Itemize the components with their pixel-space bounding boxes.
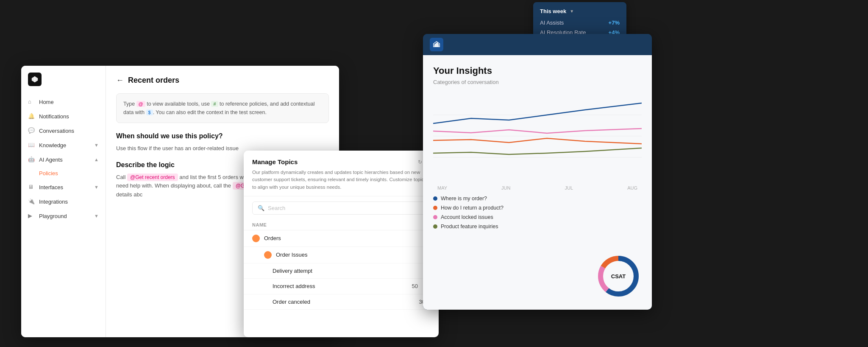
- knowledge-expand-icon: ▼: [94, 143, 99, 148]
- topic-name-order-canceled: Order canceled: [273, 299, 419, 305]
- plug-icon: 🔌: [28, 198, 35, 205]
- book-icon: 📖: [28, 142, 35, 148]
- legend-label-2: Account locked issues: [441, 214, 493, 220]
- topic-row-order-issues[interactable]: Order Issues: [244, 247, 439, 263]
- sidebar-item-knowledge[interactable]: 📖 Knowledge ▼: [21, 138, 106, 152]
- tooltip-header: This week ▼: [540, 8, 620, 14]
- sidebar-item-ai-agents[interactable]: 🤖 AI Agents ▲: [21, 152, 106, 167]
- sidebar-policies-label: Policies: [39, 170, 58, 176]
- chat-icon: 💬: [28, 127, 35, 134]
- tooltip-metric-value-0: +7%: [609, 20, 620, 26]
- ai-agents-icon: 🤖: [28, 156, 35, 163]
- ai-agents-expand-icon: ▲: [94, 157, 99, 162]
- info-box: Type @ to view available tools, use # to…: [116, 93, 329, 123]
- topic-icon-orders: [252, 235, 260, 242]
- legend-dot-1: [433, 206, 437, 210]
- sidebar-interfaces-label: Interfaces: [39, 184, 63, 190]
- topic-name-delivery-attempt: Delivery attempt: [273, 268, 430, 274]
- sidebar-item-playground[interactable]: ▶ Playground ▼: [21, 209, 106, 223]
- sidebar-ai-agents-label: AI Agents: [39, 157, 63, 163]
- month-jul: JUL: [565, 185, 573, 190]
- sidebar-home-label: Home: [39, 99, 54, 105]
- sidebar-item-integrations[interactable]: 🔌 Integrations: [21, 194, 106, 209]
- legend-item-0: Where is my order?: [433, 196, 642, 201]
- legend-dot-3: [433, 224, 437, 229]
- legend-label-0: Where is my order?: [441, 196, 487, 201]
- legend-item-3: Product feature inquiries: [433, 224, 642, 229]
- manage-header: Manage Topics ↻ Re Our platform dynamica…: [244, 151, 439, 196]
- chart-legend: Where is my order? How do I return a pro…: [433, 196, 642, 229]
- legend-dot-0: [433, 196, 437, 201]
- section1-heading: When should we use this policy?: [116, 132, 329, 140]
- topic-icon-order-issues: [264, 251, 272, 259]
- line-chart: [433, 94, 642, 179]
- insights-logo: [430, 38, 443, 51]
- topic-name-order-issues: Order Issues: [276, 252, 430, 258]
- tooltip-metric-name-0: AI Assists: [540, 20, 564, 26]
- sidebar-playground-label: Playground: [39, 213, 67, 219]
- tool-get-recent-orders: @Get recent orders: [127, 174, 178, 181]
- legend-item-1: How do I return a product?: [433, 205, 642, 211]
- insights-categories-label: Categories of conversation: [433, 79, 642, 85]
- legend-item-2: Account locked issues: [433, 214, 642, 220]
- manage-description: Our platform dynamically creates and upd…: [252, 169, 430, 191]
- legend-label-3: Product feature inquiries: [441, 224, 498, 229]
- insights-body: Your Insights Categories of conversation…: [423, 55, 652, 310]
- tooltip-period: This week: [540, 8, 566, 14]
- topic-row-incorrect-address[interactable]: Incorrect address 50 🔒: [244, 279, 439, 294]
- topics-table-header: Name: [244, 220, 439, 230]
- csat-area: CSAT: [595, 253, 642, 301]
- sidebar-conversations-label: Conversations: [39, 128, 74, 134]
- back-header: ← Recent orders: [116, 76, 329, 85]
- info-box-text: Type @ to view available tools, use # to…: [123, 101, 314, 115]
- sidebar-notifications-label: Notifications: [39, 113, 69, 120]
- sidebar-integrations-label: Integrations: [39, 199, 68, 205]
- chart-month-labels: MAY JUN JUL AUG: [433, 185, 642, 190]
- month-jun: JUN: [501, 185, 510, 190]
- panel-insights: Your Insights Categories of conversation…: [423, 34, 652, 310]
- insights-logo-icon: [433, 41, 440, 48]
- csat-label: CSAT: [611, 273, 626, 280]
- interfaces-expand-icon: ▼: [94, 185, 99, 190]
- sidebar-item-policies[interactable]: Policies: [21, 167, 106, 180]
- legend-label-1: How do I return a product?: [441, 205, 504, 211]
- back-button[interactable]: ←: [116, 76, 124, 85]
- chart-area: [433, 94, 642, 179]
- sidebar-item-interfaces[interactable]: 🖥 Interfaces ▼: [21, 180, 106, 194]
- playground-expand-icon: ▼: [94, 213, 99, 218]
- topic-count-incorrect-address: 50: [412, 283, 418, 289]
- play-icon: ▶: [28, 213, 35, 219]
- sidebar-item-home[interactable]: ⌂ Home: [21, 95, 106, 109]
- bell-icon: 🔔: [28, 113, 35, 120]
- home-icon: ⌂: [28, 98, 35, 105]
- topic-name-incorrect-address: Incorrect address: [273, 283, 412, 289]
- sidebar-item-notifications[interactable]: 🔔 Notifications: [21, 109, 106, 123]
- csat-chart: CSAT: [595, 253, 642, 299]
- legend-dot-2: [433, 215, 437, 219]
- month-aug: AUG: [627, 185, 637, 190]
- manage-title: Manage Topics: [252, 158, 298, 165]
- topic-row-delivery-attempt[interactable]: Delivery attempt: [244, 263, 439, 279]
- logo-icon: [31, 76, 39, 83]
- sidebar-logo: [28, 73, 42, 86]
- sidebar: ⌂ Home 🔔 Notifications 💬 Conversations 📖…: [21, 66, 106, 337]
- month-may: MAY: [437, 185, 447, 190]
- topic-name-orders: Orders: [264, 235, 430, 241]
- sidebar-knowledge-label: Knowledge: [39, 142, 66, 148]
- sidebar-item-conversations[interactable]: 💬 Conversations: [21, 123, 106, 138]
- search-bar[interactable]: 🔍 Search: [252, 201, 430, 215]
- search-placeholder: Search: [268, 205, 285, 211]
- search-icon: 🔍: [258, 205, 264, 211]
- topic-row-orders[interactable]: Orders: [244, 230, 439, 247]
- insights-title: Your Insights: [433, 65, 642, 76]
- manage-title-row: Manage Topics ↻ Re: [252, 158, 430, 165]
- monitor-icon: 🖥: [28, 184, 35, 190]
- page-title: Recent orders: [128, 76, 179, 85]
- tooltip-dropdown-arrow[interactable]: ▼: [570, 9, 574, 14]
- insights-top-bar: [423, 34, 652, 55]
- tooltip-metric-row-0: AI Assists +7%: [540, 20, 620, 26]
- topic-row-order-canceled[interactable]: Order canceled 30: [244, 294, 439, 310]
- panel-manage-topics: Manage Topics ↻ Re Our platform dynamica…: [244, 151, 439, 337]
